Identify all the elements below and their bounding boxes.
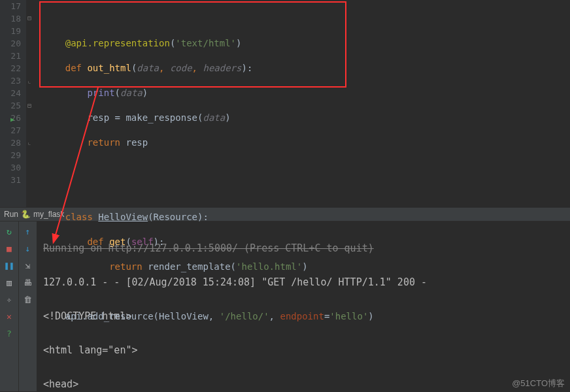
down-arrow-icon[interactable]: ↓ xyxy=(22,242,34,254)
line-number: 22 xyxy=(0,62,21,74)
run-label: Run xyxy=(4,207,18,221)
line-number: 18 xyxy=(0,12,21,25)
line-gutter: 17 18 19 20 21 22 23 24 25 26 27 28 29 3… xyxy=(0,0,26,207)
print-icon[interactable]: 🖶 xyxy=(22,276,34,288)
string: 'hello' xyxy=(329,311,368,321)
layout-icon[interactable]: ▥ xyxy=(3,276,15,288)
string: 'text/html' xyxy=(175,38,236,48)
builtin-print: print xyxy=(87,88,114,98)
keyword-class: class xyxy=(65,212,99,222)
fold-icon[interactable]: ⊟ xyxy=(27,14,35,22)
pause-icon[interactable]: ❚❚ xyxy=(3,259,15,271)
string: 'hello.html' xyxy=(236,261,302,272)
console-toolbar-nav: ↑ ↓ ⇲ 🖶 🗑 xyxy=(18,221,37,391)
watermark: @51CTO博客 xyxy=(512,378,565,389)
line-number: 23 xyxy=(0,74,21,87)
keyword-def: def xyxy=(65,63,88,73)
fold-column: ⊟ ⌞ ⊟ ⌞ ▶ xyxy=(26,0,39,207)
keyword-return: return xyxy=(109,261,148,272)
decorator: @api.representation xyxy=(65,38,170,48)
fold-end-icon[interactable]: ⌞ xyxy=(27,139,35,146)
code-text: (Resource): xyxy=(148,212,209,222)
fold-icon[interactable]: ⊟ xyxy=(27,102,35,110)
up-arrow-icon[interactable]: ↑ xyxy=(22,225,34,237)
line-number: 29 xyxy=(0,149,21,161)
code-text: resp xyxy=(126,137,148,148)
line-number: 20 xyxy=(0,37,21,50)
line-number: 17 xyxy=(0,0,21,12)
stop-icon[interactable]: ■ xyxy=(3,242,15,254)
fold-end-icon[interactable]: ⌞ xyxy=(27,77,35,85)
pin-icon[interactable]: ✧ xyxy=(3,293,15,305)
line-number: 31 xyxy=(0,174,21,186)
close-icon[interactable]: ✕ xyxy=(3,310,15,322)
rerun-icon[interactable]: ↻ xyxy=(3,225,15,237)
param: headers xyxy=(203,63,241,73)
code-text: resp = make_response( xyxy=(87,112,203,123)
output-line: Running on http://127.0.0.1:5000/ (Press… xyxy=(43,240,570,257)
run-gutter-icon[interactable]: ▶ xyxy=(10,116,18,127)
help-icon[interactable]: ? xyxy=(3,327,15,339)
trash-icon[interactable]: 🗑 xyxy=(22,293,34,305)
param: code xyxy=(170,63,192,73)
code-area[interactable]: @api.representation('text/html') def out… xyxy=(39,0,570,207)
export-icon[interactable]: ⇲ xyxy=(22,259,34,271)
string: '/hello/' xyxy=(220,311,269,321)
code-text: api.add_resource(HelloView, xyxy=(65,311,220,321)
function-name: out_html xyxy=(87,63,131,73)
keyword-return: return xyxy=(87,137,126,148)
arg: data xyxy=(203,112,225,123)
code-text: render_template( xyxy=(148,261,236,272)
code-editor[interactable]: 17 18 19 20 21 22 23 24 25 26 27 28 29 3… xyxy=(0,0,570,207)
class-name: HelloView xyxy=(98,212,148,222)
console-toolbar-left: ↻ ■ ❚❚ ▥ ✧ ✕ ? xyxy=(0,221,18,391)
arg: data xyxy=(120,88,142,98)
named-arg: endpoint xyxy=(280,311,324,321)
python-icon: 🐍 xyxy=(21,207,31,221)
line-number: 25 xyxy=(0,99,21,112)
line-number: 19 xyxy=(0,25,21,37)
line-number: 30 xyxy=(0,161,21,174)
line-number: 24 xyxy=(0,87,21,99)
line-number: 28 xyxy=(0,137,21,149)
param: data xyxy=(137,63,159,73)
line-number: 21 xyxy=(0,50,21,62)
